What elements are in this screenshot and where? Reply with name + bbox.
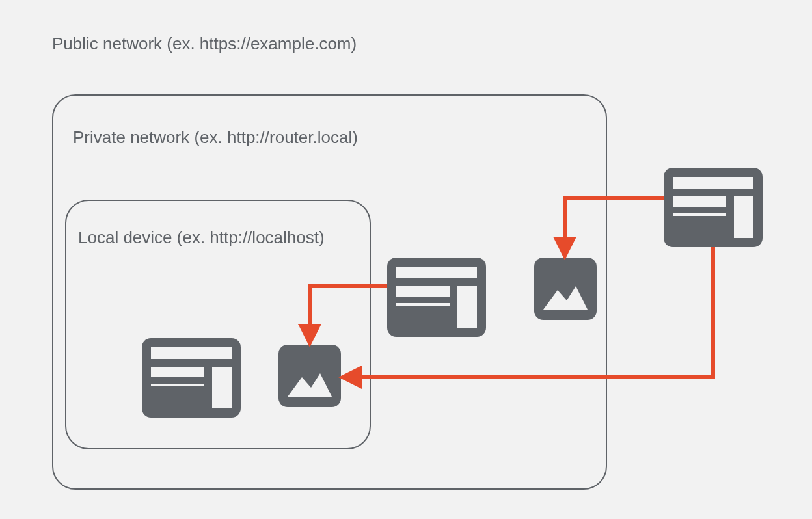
svg-rect-12	[151, 367, 204, 377]
private-image-icon	[534, 258, 597, 320]
svg-rect-7	[396, 286, 450, 297]
local-browser-icon	[142, 338, 241, 418]
svg-rect-13	[151, 384, 204, 386]
private-network-label: Private network (ex. http://router.local…	[73, 127, 358, 148]
local-device-label: Local device (ex. http://localhost)	[78, 228, 325, 248]
svg-rect-8	[396, 303, 450, 306]
diagram-stage: Public network (ex. https://example.com)…	[0, 0, 812, 519]
public-network-label: Public network (ex. https://example.com)	[52, 34, 357, 54]
local-image-icon	[278, 345, 341, 407]
private-browser-icon	[387, 258, 486, 337]
svg-rect-2	[673, 196, 726, 207]
svg-rect-15	[534, 258, 597, 320]
svg-rect-4	[734, 196, 753, 238]
svg-rect-1	[673, 177, 753, 189]
svg-rect-9	[457, 286, 477, 328]
svg-rect-3	[673, 213, 726, 216]
svg-rect-17	[278, 345, 341, 407]
public-browser-icon	[664, 168, 763, 247]
svg-rect-11	[151, 347, 232, 359]
svg-rect-14	[212, 367, 232, 408]
svg-rect-6	[396, 267, 477, 278]
